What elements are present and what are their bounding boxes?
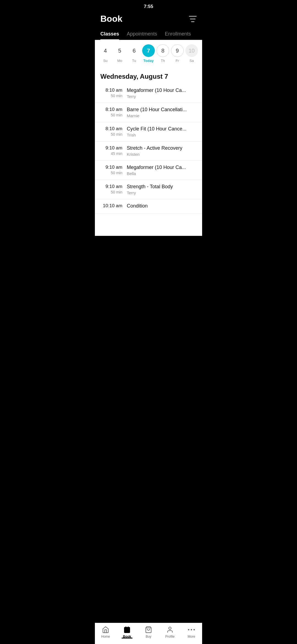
calendar-day-10[interactable]: 10 Sa: [185, 44, 198, 63]
day-number: 6: [128, 44, 141, 57]
classes-area: Wednesday, August 7 8:10 am 50 min Megaf…: [95, 67, 202, 236]
tab-classes[interactable]: Classes: [100, 28, 119, 40]
day-number: 5: [113, 44, 126, 57]
header: Book: [95, 12, 202, 28]
class-item[interactable]: 10:10 am Condition: [95, 199, 202, 214]
class-info: Condition: [127, 203, 197, 210]
day-number: 8: [156, 44, 169, 57]
page-title: Book: [100, 14, 122, 24]
day-label: Mo: [117, 59, 122, 63]
class-info: Cycle Fit (10 Hour Cance... Trish: [127, 126, 197, 137]
tab-enrollments[interactable]: Enrollments: [165, 28, 191, 40]
class-time: 8:10 am 50 min: [100, 88, 122, 98]
day-label-today: Today: [143, 59, 153, 63]
class-time: 9:10 am 50 min: [100, 165, 122, 175]
class-time: 8:10 am 50 min: [100, 126, 122, 137]
calendar-day-7[interactable]: 7 Today: [142, 44, 155, 63]
class-info: Strength - Total Body Terry: [127, 184, 197, 195]
tab-appointments[interactable]: Appointments: [127, 28, 157, 40]
day-number: 4: [99, 44, 112, 57]
class-time: 8:10 am 50 min: [100, 107, 122, 117]
calendar-day-6[interactable]: 6 Tu: [128, 44, 141, 63]
calendar-day-5[interactable]: 5 Mo: [113, 44, 126, 63]
class-item[interactable]: 9:10 am 45 min Stretch - Active Recovery…: [95, 141, 202, 161]
day-number-today: 7: [142, 44, 155, 57]
status-time: 7:55: [144, 4, 153, 9]
filter-icon: [189, 16, 197, 22]
day-label: Sa: [189, 59, 194, 63]
class-item[interactable]: 8:10 am 50 min Megaformer (10 Hour Ca...…: [95, 84, 202, 103]
tab-bar: Classes Appointments Enrollments: [95, 28, 202, 40]
calendar-strip: 4 Su 5 Mo 6 Tu 7 Today 8 Th 9 Fr 10 Sa: [95, 40, 202, 67]
day-label: Tu: [132, 59, 136, 63]
class-info: Barre (10 Hour Cancellati... Marnie: [127, 107, 197, 118]
day-label: Su: [103, 59, 108, 63]
calendar-day-4[interactable]: 4 Su: [99, 44, 112, 63]
class-info: Megaformer (10 Hour Ca... Terry: [127, 88, 197, 99]
class-time: 9:10 am 45 min: [100, 145, 122, 156]
class-time: 9:10 am 50 min: [100, 184, 122, 194]
class-time: 10:10 am: [100, 203, 122, 209]
class-item[interactable]: 8:10 am 50 min Cycle Fit (10 Hour Cance.…: [95, 122, 202, 141]
class-info: Stretch - Active Recovery Kristen: [127, 145, 197, 157]
day-number: 10: [185, 44, 198, 57]
day-label: Fr: [175, 59, 179, 63]
class-info: Megaformer (10 Hour Ca... Bella: [127, 165, 197, 176]
calendar-day-8[interactable]: 8 Th: [156, 44, 169, 63]
filter-button[interactable]: [189, 16, 197, 22]
status-bar: 7:55: [95, 0, 202, 12]
day-number: 9: [171, 44, 184, 57]
class-item[interactable]: 9:10 am 50 min Strength - Total Body Ter…: [95, 180, 202, 199]
calendar-day-9[interactable]: 9 Fr: [171, 44, 184, 63]
class-item[interactable]: 8:10 am 50 min Barre (10 Hour Cancellati…: [95, 103, 202, 122]
day-label: Th: [161, 59, 165, 63]
date-heading: Wednesday, August 7: [95, 67, 202, 84]
class-item[interactable]: 9:10 am 50 min Megaformer (10 Hour Ca...…: [95, 161, 202, 180]
